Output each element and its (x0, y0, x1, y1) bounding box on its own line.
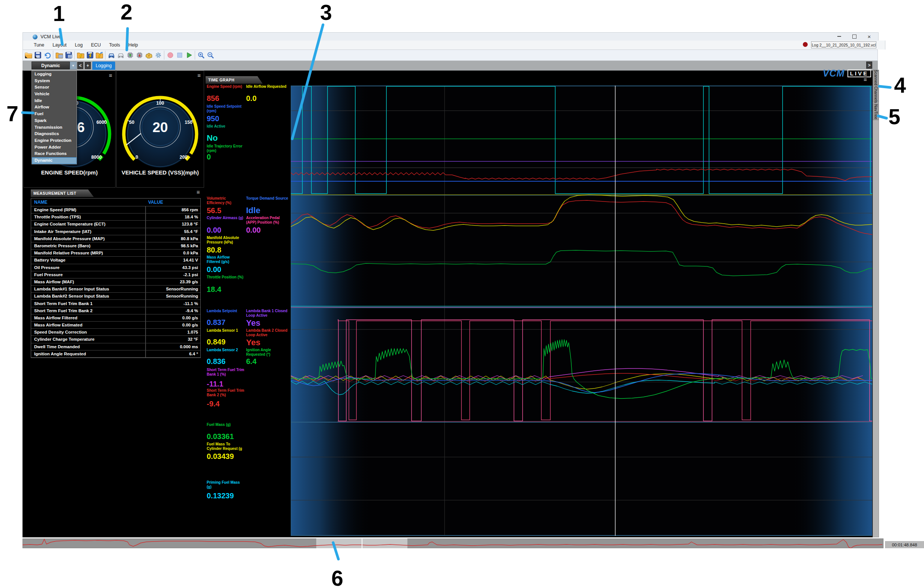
overview-cursor[interactable] (361, 538, 362, 548)
save-file-button[interactable] (33, 50, 42, 60)
table-row[interactable]: Oil Pressure43.3 psi (31, 264, 200, 271)
tab-overflow-button[interactable]: > (866, 61, 872, 69)
dropdown-item-fuel[interactable]: Fuel (32, 111, 76, 117)
channel-label[interactable]: Lambda Sensor 1 (207, 328, 244, 333)
channel-label[interactable]: Idle Active (207, 124, 244, 129)
table-row[interactable]: Battery Voltage14.41 V (31, 257, 200, 264)
record-button[interactable] (165, 50, 175, 60)
table-row[interactable]: Short Term Fuel Trim Bank 2-9.4 % (31, 307, 200, 314)
channel-label[interactable]: Mass Airflow Filtered (g/s) (207, 255, 244, 264)
chip-write-button[interactable] (135, 50, 144, 60)
close-button[interactable]: × (864, 33, 875, 40)
channel-label[interactable]: Priming Fuel Mass (g) (207, 480, 244, 489)
channel-label[interactable]: Idle Speed Setpoint (rpm) (207, 104, 244, 113)
dropdown-item-diagnostics[interactable]: Diagnostics (32, 130, 76, 137)
menu-help[interactable]: Help (124, 41, 142, 50)
tab-scanned-channels[interactable]: Scanned Channels (873, 70, 879, 102)
channel-label[interactable]: Engine Speed (rpm) (207, 84, 244, 89)
measurement-list-menu-icon[interactable]: ≡ (196, 190, 200, 194)
menu-tools[interactable]: Tools (105, 41, 124, 50)
channel-label[interactable]: Idle Airflow Requested (246, 84, 289, 89)
channel-label[interactable]: Ignition Angle Requested (°) (246, 348, 289, 357)
channel-label[interactable]: Lambda Bank 2 Closed Loop Active (246, 328, 289, 337)
save-table-button[interactable] (64, 50, 73, 60)
table-row[interactable]: Short Term Fuel Trim Bank 1-11.1 % (31, 300, 200, 307)
table-row[interactable]: Dwell Time Demanded0.000 ms (31, 344, 200, 350)
menu-ecu[interactable]: ECU (87, 41, 105, 50)
table-row[interactable]: Intake Air Temperature (IAT)55.4 °F (31, 228, 200, 235)
table-row[interactable]: Manifold Absolute Pressure (MAP)80.8 kPa (31, 235, 200, 243)
channel-label[interactable]: Short Term Fuel Trim Bank 1 (%) (207, 368, 244, 377)
column-value[interactable]: VALUE (145, 200, 163, 205)
table-row[interactable]: Mass Airflow Estimated0.00 g/s (31, 322, 200, 329)
channel-label[interactable]: Manifold Absolute Pressure (kPa) (207, 236, 244, 244)
channel-label[interactable]: Acceleration Pedal (APP) Position (%) (246, 216, 289, 225)
table-row[interactable]: Mass Airflow Filtered0.00 g/s (31, 314, 200, 322)
channel-label[interactable]: Torque Demand Source (246, 196, 289, 201)
table-row[interactable]: Cylinder Charge Temperature32 °F (31, 336, 200, 343)
table-row[interactable]: Ignition Angle Requested6.4 ° (31, 350, 200, 358)
menu-layout[interactable]: Layout (48, 41, 71, 50)
chip-read-button[interactable] (125, 50, 135, 60)
dropdown-item-system[interactable]: System (32, 78, 76, 84)
channel-label[interactable]: Cylinder Airmass (g) (207, 216, 244, 220)
time-graph-plot[interactable] (291, 86, 872, 536)
gauge-menu-icon[interactable]: ≡ (197, 73, 201, 78)
dropdown-item-idle[interactable]: Idle (32, 97, 76, 104)
table-row[interactable]: Mass Airflow (MAF)23.39 g/s (31, 278, 200, 286)
menu-tune[interactable]: Tune (30, 41, 48, 50)
import-flash-button[interactable] (94, 50, 104, 60)
tab-navtree[interactable]: NavTree (873, 104, 879, 120)
menu-log[interactable]: Log (71, 41, 87, 50)
dropdown-item-transmission[interactable]: Transmission (32, 124, 76, 131)
channel-label[interactable]: Lambda Sensor 2 (207, 348, 244, 352)
open-file-button[interactable] (24, 50, 33, 60)
save-flash-button[interactable] (85, 50, 94, 60)
zoom-out-button[interactable] (206, 50, 215, 60)
channel-label[interactable]: Lambda Bank 1 Closed Loop Active (246, 309, 289, 317)
dropdown-item-vehicle[interactable]: Vehicle (32, 91, 76, 97)
chevron-down-icon[interactable]: ▾ (70, 61, 76, 69)
vehicle-write-button[interactable] (116, 50, 125, 60)
channel-label[interactable]: Fuel Mass (g) (207, 423, 244, 427)
gauge-menu-icon[interactable]: ≡ (109, 73, 112, 78)
channel-label[interactable]: Fuel Mass To Cylinder Request (g (207, 442, 244, 451)
dropdown-item-spark[interactable]: Spark (32, 117, 76, 124)
dropdown-item-sensor[interactable]: Sensor (32, 84, 76, 91)
dropdown-item-race-functions[interactable]: Race Functions (32, 150, 76, 157)
table-row[interactable]: Fuel Pressure-2.1 psi (31, 271, 200, 278)
add-tab-button[interactable]: + (85, 62, 91, 69)
dropdown-item-logging[interactable]: Logging (32, 71, 76, 78)
table-row[interactable]: Lambda Bank#1 Sensor Input StatusSensorR… (31, 286, 200, 293)
column-name[interactable]: NAME (31, 200, 145, 205)
settings-button[interactable] (153, 50, 163, 60)
channel-label[interactable]: Short Term Fuel Trim Bank 2 (%) (207, 388, 244, 397)
open-flash-button[interactable] (76, 50, 85, 60)
channel-label[interactable]: Throttle Position (%) (207, 275, 244, 279)
dropdown-item-engine-protection[interactable]: Engine Protection (32, 137, 76, 144)
tab-logging[interactable]: Logging (92, 61, 115, 70)
play-button[interactable] (184, 50, 193, 60)
channel-label[interactable]: Lambda Setpoint (207, 309, 244, 313)
table-row[interactable]: Engine Speed (RPM)856 rpm (31, 206, 200, 213)
channel-label[interactable]: Idle Trajectory Error (rpm) (207, 144, 244, 153)
undo-button[interactable] (42, 50, 52, 60)
table-row[interactable]: Speed Density Correction1.075 (31, 329, 200, 336)
table-row[interactable]: Manifold Relative Pressure (MRP)0.0 kPa (31, 249, 200, 257)
time-graph-menu-icon[interactable]: ≡ (864, 77, 867, 82)
table-row[interactable]: Throttle Position (TPS)18.4 % (31, 213, 200, 221)
dropdown-item-airflow[interactable]: Airflow (32, 104, 76, 111)
table-row[interactable]: Engine Coolant Temperature (ECT)123.8 °F (31, 221, 200, 228)
table-row[interactable]: Barometric Pressure (Baro)98.5 kPa (31, 243, 200, 249)
minimize-button[interactable] (833, 33, 845, 40)
vehicle-read-button[interactable] (107, 50, 116, 60)
zoom-in-button[interactable] (196, 50, 206, 60)
dropdown-item-power-adder[interactable]: Power Adder (32, 144, 76, 151)
table-row[interactable]: Lambda Bank#2 Sensor Input StatusSensorR… (31, 293, 200, 300)
scroll-tabs-left-button[interactable]: < (77, 62, 83, 69)
dropdown-item-dynamic[interactable]: Dynamic (32, 157, 76, 164)
channel-label[interactable]: Volumetric Efficiency (%) (207, 196, 244, 205)
layout-selector-dropdown[interactable]: Dynamic (31, 61, 70, 69)
engine-diagnostics-button[interactable] (144, 50, 153, 60)
maximize-button[interactable] (848, 33, 860, 40)
